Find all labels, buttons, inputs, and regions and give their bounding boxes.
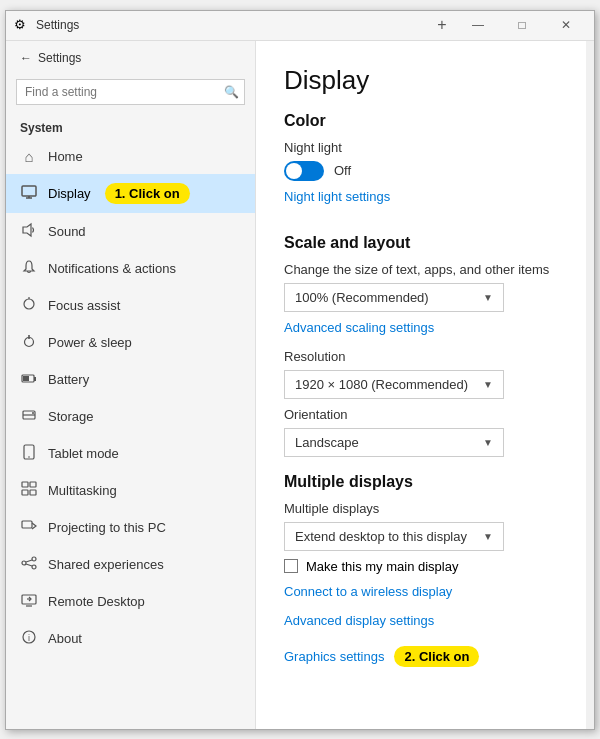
content-area: ← Settings 🔍 System ⌂ Home Display [6,41,594,729]
sidebar-item-label-tablet: Tablet mode [48,446,119,461]
sidebar-item-battery[interactable]: Battery [6,361,255,398]
settings-icon: ⚙ [14,17,30,33]
night-light-status: Off [334,163,351,178]
multiple-displays-dropdown[interactable]: Extend desktop to this display ▼ [284,522,504,551]
main-display-label: Make this my main display [306,559,458,574]
system-section-title: System [6,115,255,139]
focus-icon [20,296,38,315]
sidebar-item-label-multitasking: Multitasking [48,483,117,498]
sidebar-item-label-notifications: Notifications & actions [48,261,176,276]
shared-icon [20,555,38,574]
svg-marker-3 [23,224,31,236]
scale-dropdown-arrow: ▼ [483,292,493,303]
wireless-display-link[interactable]: Connect to a wireless display [284,584,452,599]
sidebar-item-label-shared: Shared experiences [48,557,164,572]
svg-point-4 [24,299,34,309]
sound-icon [20,222,38,241]
new-tab-button[interactable]: + [426,11,458,39]
scale-desc: Change the size of text, apps, and other… [284,262,558,277]
resolution-dropdown-arrow: ▼ [483,379,493,390]
sidebar-item-home[interactable]: ⌂ Home [6,139,255,174]
search-input[interactable] [16,79,245,105]
main-panel: Display Color Night light Off Night ligh… [256,41,586,729]
sidebar-item-notifications[interactable]: Notifications & actions [6,250,255,287]
close-button[interactable]: ✕ [546,11,586,39]
graphics-row: Graphics settings 2. Click on [284,646,558,667]
orientation-label: Orientation [284,407,558,422]
sidebar-item-tablet[interactable]: Tablet mode [6,435,255,472]
titlebar-controls: — □ ✕ [458,11,586,39]
toggle-knob [286,163,302,179]
multiple-displays-value: Extend desktop to this display [295,529,467,544]
svg-point-21 [22,561,26,565]
sidebar-item-shared[interactable]: Shared experiences [6,546,255,583]
sidebar-item-sound[interactable]: Sound [6,213,255,250]
projecting-icon [20,518,38,537]
sidebar-item-label-remote: Remote Desktop [48,594,145,609]
remote-icon [20,592,38,611]
night-light-label: Night light [284,140,558,155]
night-light-row: Off [284,161,558,181]
sidebar-back-button[interactable]: ← Settings [6,41,255,75]
sidebar-item-label-power: Power & sleep [48,335,132,350]
sidebar-item-about[interactable]: i About [6,620,255,657]
scrollbar[interactable] [586,41,594,729]
maximize-button[interactable]: □ [502,11,542,39]
advanced-scaling-link[interactable]: Advanced scaling settings [284,320,434,335]
multiple-displays-label: Multiple displays [284,501,558,516]
page-title: Display [284,65,558,96]
svg-rect-19 [30,490,36,495]
minimize-button[interactable]: — [458,11,498,39]
notifications-icon [20,259,38,278]
svg-point-13 [32,412,34,414]
sidebar: ← Settings 🔍 System ⌂ Home Display [6,41,256,729]
svg-rect-10 [23,376,29,381]
sidebar-item-label-focus: Focus assist [48,298,120,313]
multitasking-icon [20,481,38,500]
scale-value: 100% (Recommended) [295,290,429,305]
sidebar-item-storage[interactable]: Storage [6,398,255,435]
svg-rect-20 [22,521,32,528]
advanced-display-link[interactable]: Advanced display settings [284,613,434,628]
sidebar-item-display[interactable]: Display 1. Click on [6,174,255,213]
svg-point-15 [28,456,30,458]
night-light-toggle[interactable] [284,161,324,181]
sidebar-item-label-storage: Storage [48,409,94,424]
orientation-dropdown-arrow: ▼ [483,437,493,448]
sidebar-item-projecting[interactable]: Projecting to this PC [6,509,255,546]
graphics-callout: 2. Click on [394,646,479,667]
display-icon [20,184,38,203]
main-display-row: Make this my main display [284,559,558,574]
main-display-checkbox[interactable] [284,559,298,573]
svg-rect-0 [22,186,36,196]
multiple-displays-heading: Multiple displays [284,473,558,491]
svg-text:i: i [28,633,30,643]
resolution-value: 1920 × 1080 (Recommended) [295,377,468,392]
sidebar-item-focus[interactable]: Focus assist [6,287,255,324]
resolution-dropdown[interactable]: 1920 × 1080 (Recommended) ▼ [284,370,504,399]
sidebar-item-label-battery: Battery [48,372,89,387]
home-icon: ⌂ [20,148,38,165]
night-light-settings-link[interactable]: Night light settings [284,189,390,204]
sidebar-item-label-home: Home [48,149,83,164]
graphics-settings-link[interactable]: Graphics settings [284,649,384,664]
sidebar-item-power[interactable]: Power & sleep [6,324,255,361]
sidebar-item-multitasking[interactable]: Multitasking [6,472,255,509]
sidebar-item-label-projecting: Projecting to this PC [48,520,166,535]
titlebar: ⚙ Settings + — □ ✕ [6,11,594,41]
svg-point-22 [32,557,36,561]
orientation-value: Landscape [295,435,359,450]
svg-point-23 [32,565,36,569]
svg-rect-18 [22,490,28,495]
sidebar-item-label-sound: Sound [48,224,86,239]
resolution-label: Resolution [284,349,558,364]
battery-icon [20,370,38,389]
sidebar-item-label-about: About [48,631,82,646]
orientation-dropdown[interactable]: Landscape ▼ [284,428,504,457]
power-icon [20,333,38,352]
sidebar-item-remote[interactable]: Remote Desktop [6,583,255,620]
scale-dropdown[interactable]: 100% (Recommended) ▼ [284,283,504,312]
about-icon: i [20,629,38,648]
sidebar-item-label-display: Display [48,186,91,201]
multiple-displays-dropdown-arrow: ▼ [483,531,493,542]
